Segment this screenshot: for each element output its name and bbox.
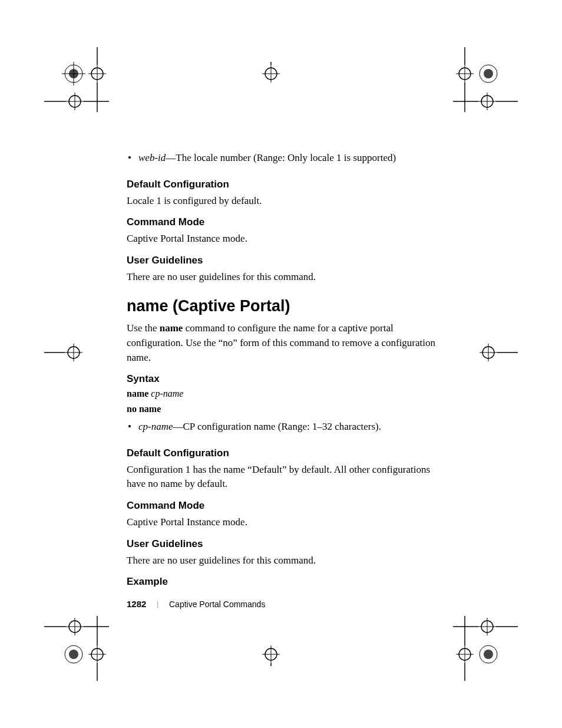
heading-default-config-1: Default Configuration xyxy=(127,179,439,190)
heading-name-captive-portal: name (Captive Portal) xyxy=(127,297,439,315)
svg-point-27 xyxy=(69,650,78,659)
heading-example: Example xyxy=(127,576,439,588)
body-intro: Use the name command to configure the na… xyxy=(127,321,439,365)
svg-point-15 xyxy=(484,69,493,78)
crop-mark-left-mid xyxy=(44,341,85,364)
param-desc: —CP configuration name (Range: 1–32 char… xyxy=(173,421,381,432)
page-number: 1282 xyxy=(127,599,146,609)
crop-mark-bottom-mid xyxy=(259,634,283,666)
body-user-guidelines-2: There are no user guidelines for this co… xyxy=(127,554,439,568)
crop-mark-bottom-right xyxy=(453,616,518,681)
param-name: web-id xyxy=(138,152,166,163)
heading-user-guidelines-2: User Guidelines xyxy=(127,538,439,550)
body-user-guidelines-1: There are no user guidelines for this co… xyxy=(127,270,439,285)
body-command-mode-2: Captive Portal Instance mode. xyxy=(127,515,439,530)
chapter-title: Captive Portal Commands xyxy=(169,599,265,609)
crop-mark-bottom-left xyxy=(44,616,109,681)
syntax-line-1: name cp-name xyxy=(127,388,439,399)
heading-user-guidelines-1: User Guidelines xyxy=(127,255,439,266)
body-command-mode-1: Captive Portal Instance mode. xyxy=(127,232,439,246)
body-default-config-1: Locale 1 is configured by default. xyxy=(127,194,439,209)
crop-mark-top-mid xyxy=(259,62,283,94)
heading-command-mode-2: Command Mode xyxy=(127,500,439,512)
param-bullet-cpname: cp-name—CP configuration name (Range: 1–… xyxy=(138,419,439,434)
page-content: web-id—The locale number (Range: Only lo… xyxy=(127,150,439,591)
param-bullet-webid: web-id—The locale number (Range: Only lo… xyxy=(138,150,439,166)
svg-point-39 xyxy=(484,650,493,659)
heading-syntax: Syntax xyxy=(127,373,439,385)
crop-mark-right-mid xyxy=(477,341,518,364)
heading-default-config-2: Default Configuration xyxy=(127,447,439,459)
page-footer: 1282 | Captive Portal Commands xyxy=(127,599,265,609)
crop-mark-top-right xyxy=(453,47,518,112)
crop-mark-top-left xyxy=(44,47,109,112)
body-default-config-2: Configuration 1 has the name “Default” b… xyxy=(127,463,439,492)
syntax-line-2: no name xyxy=(127,404,439,414)
param-desc: —The locale number (Range: Only locale 1… xyxy=(166,152,396,163)
footer-divider: | xyxy=(157,599,158,609)
param-name: cp-name xyxy=(138,421,173,432)
heading-command-mode-1: Command Mode xyxy=(127,216,439,228)
